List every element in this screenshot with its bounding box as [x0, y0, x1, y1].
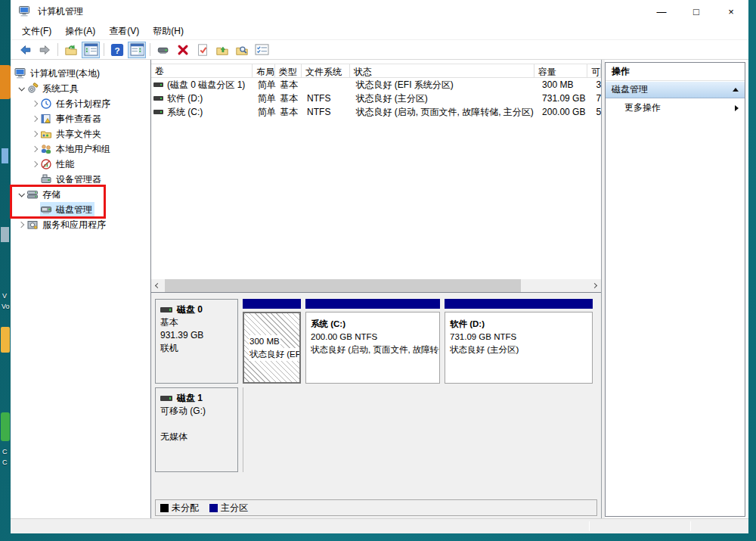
volume-icon	[153, 96, 163, 101]
tree-item-device-manager[interactable]: 设备管理器	[11, 172, 150, 187]
help-icon[interactable]: ?	[108, 42, 126, 58]
action-section-disk-management[interactable]: 磁盘管理	[606, 81, 745, 98]
scrollbar-track[interactable]	[164, 279, 588, 292]
disk-1-empty-area[interactable]	[243, 387, 597, 472]
partition-size: 731.09 GB NTFS	[450, 331, 587, 344]
column-header-capacity[interactable]: 容量	[534, 64, 588, 78]
volume-status: 状态良好 (EFI 系统分区)	[352, 78, 538, 92]
primary-partition-swatch	[209, 504, 218, 512]
volume-type: 基本	[276, 92, 303, 105]
volume-status: 状态良好 (主分区)	[352, 92, 538, 105]
storage-icon	[26, 188, 40, 201]
computer-management-window: 计算机管理 — □ × 文件(F) 操作(A) 查看(V) 帮助(H) ?	[11, 0, 748, 533]
tree-item-local-users-groups[interactable]: 本地用户和组	[11, 141, 150, 157]
collapse-icon[interactable]	[733, 88, 739, 92]
folder-up-icon[interactable]	[213, 42, 231, 58]
volume-row-efi[interactable]: (磁盘 0 磁盘分区 1) 简单 基本 状态良好 (EFI 系统分区) 300 …	[151, 78, 601, 92]
disk-size	[160, 418, 233, 431]
chevron-right-icon[interactable]	[29, 162, 40, 166]
volume-row-d[interactable]: 软件 (D:) 简单 基本 NTFS 状态良好 (主分区) 731.09 GB …	[151, 92, 601, 105]
partition-d[interactable]: 软件 (D:) 731.09 GB NTFS 状态良好 (主分区)	[445, 312, 593, 384]
column-header-volume[interactable]: 卷	[151, 64, 253, 78]
computer-icon	[14, 67, 28, 79]
properties-check-icon[interactable]	[194, 42, 212, 58]
volume-status: 状态良好 (启动, 页面文件, 故障转储, 主分区)	[352, 105, 538, 119]
volume-free-space: 3	[592, 78, 601, 92]
tree-item-computer-management[interactable]: 计算机管理(本地)	[11, 66, 150, 81]
minimize-button[interactable]: —	[644, 0, 679, 23]
column-header-free-space[interactable]: 可	[587, 64, 601, 78]
menu-file[interactable]: 文件(F)	[15, 23, 58, 39]
task-scheduler-icon	[40, 98, 54, 110]
unallocated-swatch	[160, 504, 169, 512]
legend-label: 未分配	[172, 502, 199, 515]
view-options-icon[interactable]	[253, 42, 271, 58]
column-header-type[interactable]: 类型	[275, 64, 302, 78]
main-area: 计算机管理(本地) 系统工具 任务计划程序 事件查看器 共享文件夹	[11, 60, 748, 518]
disk-0-label[interactable]: 磁盘 0 基本 931.39 GB 联机	[155, 299, 238, 384]
chevron-right-icon[interactable]	[15, 222, 26, 227]
system-tools-icon	[26, 82, 40, 95]
folder-search-icon[interactable]	[233, 42, 251, 58]
more-actions-label: 更多操作	[624, 101, 661, 114]
statusbar-separator	[690, 521, 691, 531]
disk-icon	[160, 396, 172, 401]
show-action-pane-icon[interactable]	[128, 42, 146, 58]
up-level-folder-icon[interactable]	[62, 42, 80, 58]
desktop-icon-fragment	[1, 227, 9, 242]
menu-help[interactable]: 帮助(H)	[146, 23, 191, 39]
disk-1-row: 磁盘 1 可移动 (G:) 无媒体	[155, 387, 597, 472]
title-bar[interactable]: 计算机管理 — □ ×	[11, 0, 748, 23]
center-pane: 卷 布局 类型 文件系统 状态 容量 可 (磁盘 0 磁盘分区 1) 简单 基本…	[151, 60, 602, 518]
chevron-down-icon[interactable]	[15, 86, 26, 91]
partition-color-strip	[305, 299, 440, 309]
close-button[interactable]: ×	[714, 0, 748, 23]
status-bar	[11, 518, 748, 533]
disk-1-label[interactable]: 磁盘 1 可移动 (G:) 无媒体	[155, 387, 238, 472]
chevron-right-icon[interactable]	[29, 101, 40, 106]
column-header-filesystem[interactable]: 文件系统	[302, 64, 350, 78]
column-header-layout[interactable]: 布局	[253, 64, 274, 78]
tree-item-system-tools[interactable]: 系统工具	[11, 81, 150, 96]
desktop-icon-label: Vo	[2, 303, 10, 310]
tree-item-disk-management[interactable]: 磁盘管理	[11, 202, 150, 217]
volume-filesystem	[303, 78, 352, 92]
scroll-left-icon[interactable]	[151, 279, 164, 292]
desktop-icon-fragment	[2, 148, 8, 163]
tree-item-event-viewer[interactable]: 事件查看器	[11, 111, 150, 126]
more-actions-item[interactable]: 更多操作	[606, 98, 745, 117]
tree-item-performance[interactable]: 性能	[11, 157, 150, 172]
forward-icon[interactable]	[36, 42, 54, 58]
svg-text:?: ?	[114, 45, 119, 54]
column-header-status[interactable]: 状态	[350, 64, 534, 78]
maximize-button[interactable]: □	[679, 0, 714, 23]
tree-item-shared-folders[interactable]: 共享文件夹	[11, 126, 150, 141]
partition-status: 状态良好 (启动, 页面文件, 故障转储, 主分区)	[311, 344, 435, 356]
show-console-tree-icon[interactable]	[82, 42, 100, 58]
chevron-right-icon[interactable]	[29, 117, 40, 121]
horizontal-scrollbar[interactable]	[151, 279, 601, 292]
menu-view[interactable]: 查看(V)	[102, 23, 146, 39]
tree-item-services-applications[interactable]: 服务和应用程序	[11, 217, 150, 232]
volume-layout: 简单	[254, 92, 277, 105]
partition-c[interactable]: 系统 (C:) 200.00 GB NTFS 状态良好 (启动, 页面文件, 故…	[305, 312, 440, 384]
disk-device-icon[interactable]	[154, 42, 172, 58]
chevron-right-icon[interactable]	[29, 132, 40, 136]
chevron-right-icon[interactable]	[29, 147, 40, 151]
disk-name: 磁盘 1	[177, 392, 203, 405]
tree-item-storage[interactable]: 存储	[11, 187, 150, 202]
volume-list-header: 卷 布局 类型 文件系统 状态 容量 可	[151, 64, 601, 78]
volume-row-c[interactable]: 系统 (C:) 简单 基本 NTFS 状态良好 (启动, 页面文件, 故障转储,…	[151, 105, 601, 119]
scroll-right-icon[interactable]	[588, 279, 601, 292]
tree-item-label: 共享文件夹	[54, 128, 104, 141]
menu-action[interactable]: 操作(A)	[58, 23, 102, 39]
chevron-down-icon[interactable]	[15, 192, 26, 197]
scrollbar-thumb[interactable]	[165, 279, 521, 292]
disk-0-partitions: 300 MB 状态良好 (EFI 系统分区) 系统 (C:) 200.00 GB…	[243, 299, 597, 384]
tree-item-task-scheduler[interactable]: 任务计划程序	[11, 96, 150, 111]
back-icon[interactable]	[16, 42, 34, 58]
delete-icon[interactable]	[174, 42, 192, 58]
volume-capacity: 300 MB	[538, 78, 592, 92]
partition-efi-selected[interactable]: 300 MB 状态良好 (EFI 系统分区)	[243, 312, 301, 384]
disk-graphical-view: 磁盘 0 基本 931.39 GB 联机 300 MB 状态良好 (EFI 系统…	[151, 293, 601, 518]
